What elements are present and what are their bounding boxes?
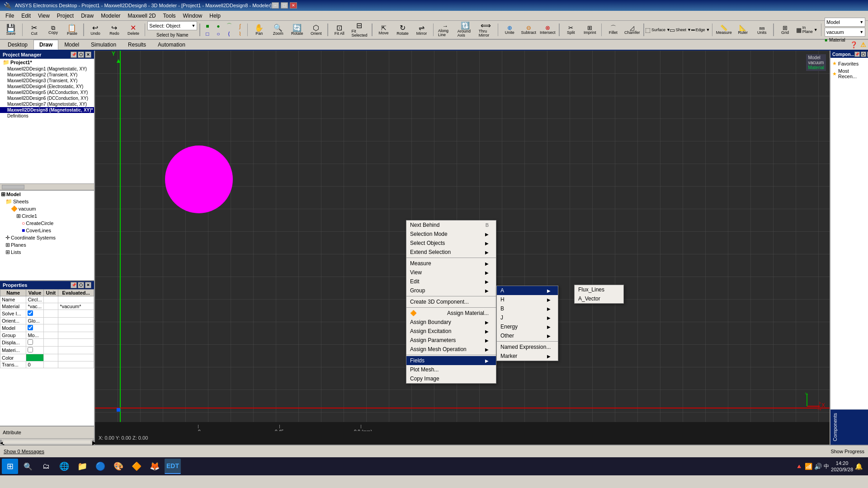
most-recent-item[interactable]: ★ Most Recen... <box>832 67 866 80</box>
props-close-button[interactable]: ✕ <box>85 282 91 288</box>
design-item-3[interactable]: Maxwell2DDesign3 (Transient, XY) <box>0 78 94 84</box>
ctx-assign-parameters[interactable]: Assign Parameters ▶ <box>406 336 496 345</box>
rp-float-button[interactable]: ⬡ <box>861 52 866 57</box>
shape3-button[interactable]: ○ <box>213 30 223 38</box>
ctx-extend-selection[interactable]: Extend Selection ▶ <box>406 248 496 257</box>
createcircle-item[interactable]: ○ CreateCircle <box>0 220 94 227</box>
rect-button[interactable]: ■ <box>203 23 212 30</box>
menu-modeler[interactable]: Modeler <box>97 12 124 20</box>
design-item-1[interactable]: Maxwell2DDesign1 (Magnetostatic, XY) <box>0 66 94 72</box>
sub-energy-item[interactable]: Energy ▶ <box>497 322 558 331</box>
pm-float-button[interactable]: ⬡ <box>78 52 84 58</box>
circle-button[interactable]: ● <box>213 23 223 30</box>
menu-file[interactable]: File <box>2 12 18 20</box>
menu-window[interactable]: Window <box>179 12 206 20</box>
ctx-plot-mesh[interactable]: Plot Mesh... <box>406 365 496 374</box>
rp-pin-button[interactable]: 📌 <box>854 52 860 57</box>
subtract-button[interactable]: ⊖ Subtract <box>519 23 538 37</box>
sheet-button[interactable]: ▭ Sheet ▼ <box>670 23 690 37</box>
a-vector-item[interactable]: A_Vector <box>575 294 623 303</box>
taskbar-explorer-button[interactable]: 📁 <box>74 459 90 474</box>
design-item-5[interactable]: Maxwell2DDesign5 (ACConduction, XY) <box>0 89 94 95</box>
model-dropdown[interactable]: Model ▼ <box>825 18 865 27</box>
ctx-selection-mode[interactable]: Selection Mode ▶ <box>406 230 496 239</box>
design-item-6[interactable]: Maxwell2DDesign6 (DCConduction, XY) <box>0 95 94 101</box>
redo-button[interactable]: ↪ Redo <box>105 23 123 37</box>
minimize-button[interactable]: − <box>272 2 279 9</box>
circle1-folder[interactable]: ⊞ Circle1 <box>0 212 94 220</box>
chamfer-button[interactable]: ◿ Chamfer <box>623 23 641 37</box>
prop-orient-value[interactable]: Glo... <box>26 318 43 324</box>
prop-trans-value[interactable]: 0 <box>26 361 43 368</box>
orient-button[interactable]: ⬡ Orient <box>307 23 325 37</box>
delete-button[interactable]: ✕ Delete <box>124 23 142 37</box>
close-button[interactable]: ✕ <box>290 2 297 9</box>
sub-named-expr-item[interactable]: Named Expression... <box>497 343 558 352</box>
show-progress-btn[interactable]: Show Progress <box>830 449 864 454</box>
menu-maxwell2d[interactable]: Maxwell 2D <box>124 12 160 20</box>
thru-mirror-button[interactable]: ⟺ Thru Mirror <box>476 23 495 37</box>
undo-button[interactable]: ↩ Undo <box>86 23 104 37</box>
line-button[interactable]: ∫ <box>235 23 245 30</box>
split-button[interactable]: ✂ Split <box>562 23 580 37</box>
design-item-4[interactable]: Maxwell2DDesign4 (Electrostatic, XY) <box>0 84 94 89</box>
sub-b-item[interactable]: B ▶ <box>497 304 558 313</box>
ctx-create-3d[interactable]: Create 3D Component... <box>406 297 496 306</box>
taskbar-firefox-button[interactable]: 🦊 <box>146 459 163 474</box>
ctx-assign-boundary[interactable]: Assign Boundary ▶ <box>406 318 496 327</box>
taskbar-paint-button[interactable]: 🎨 <box>110 459 127 474</box>
sub-h-item[interactable]: H ▶ <box>497 295 558 304</box>
prop-mat-value[interactable]: *vac... <box>26 303 43 310</box>
pm-hscroll[interactable] <box>0 183 94 190</box>
prop-solve-value[interactable] <box>26 310 43 318</box>
tab-model[interactable]: Model <box>58 40 85 50</box>
planes-folder[interactable]: ⊞ Planes <box>0 241 94 249</box>
prop-group-value[interactable]: Mo... <box>26 332 43 339</box>
vacuum-dropdown[interactable]: vacuum ▼ <box>825 28 865 37</box>
clock[interactable]: 14:20 2020/9/28 <box>831 460 853 473</box>
left-scroll-left[interactable]: ◀ <box>0 440 2 444</box>
sub-j-item[interactable]: J ▶ <box>497 313 558 322</box>
ctx-select-objects[interactable]: Select Objects ▶ <box>406 239 496 248</box>
tab-simulation[interactable]: Simulation <box>85 40 122 50</box>
taskbar-app2-button[interactable]: 🔶 <box>128 459 145 474</box>
show-messages-btn[interactable]: Show 0 Messages <box>4 449 44 454</box>
sub-other-item[interactable]: Other ▶ <box>497 331 558 340</box>
grid-button[interactable]: ⊞ Grid <box>776 23 794 37</box>
intersect-button[interactable]: ⊗ Intersect <box>538 23 557 37</box>
prop-name-value[interactable]: Circl... <box>26 296 43 303</box>
flux-lines-item[interactable]: Flux_Lines <box>575 285 623 294</box>
props-float-button[interactable]: ⬡ <box>78 282 84 288</box>
prop-model-value[interactable] <box>26 324 43 332</box>
menu-edit[interactable]: Edit <box>18 12 34 20</box>
favorites-item[interactable]: ★ Favorites <box>832 60 866 67</box>
measure-button[interactable]: 📏 Measure <box>715 23 733 37</box>
menu-help[interactable]: Help <box>206 12 224 20</box>
rotate2-button[interactable]: ↻ Rotate <box>394 23 412 37</box>
ctx-group[interactable]: Group ▶ <box>406 286 496 295</box>
fit-all-button[interactable]: ⊡ Fit All <box>330 23 349 37</box>
shape2-button[interactable]: □ <box>203 30 212 38</box>
help-icon[interactable]: ❓ <box>850 41 858 48</box>
select-by-name-button[interactable]: Select by Name <box>147 31 197 38</box>
mirror-button[interactable]: ⇌ Mirror <box>413 23 431 37</box>
surface-button[interactable]: ⬚ Surface ▼ <box>646 23 670 37</box>
taskbar-taskview-button[interactable]: 🗂 <box>38 459 54 474</box>
unite-button[interactable]: ⊕ Unite <box>500 23 519 37</box>
canvas-area[interactable]: Y ▲ → X Model vacuum Material X Y <box>95 51 830 445</box>
sub-marker-item[interactable]: Marker ▶ <box>497 352 558 361</box>
shape4-button[interactable]: ⟨ <box>224 30 234 38</box>
left-scroll-right[interactable]: ▶ <box>92 440 94 444</box>
zoom-button[interactable]: 🔍 Zoom <box>269 23 287 37</box>
vacuum-item[interactable]: 🔶 vacuum <box>0 205 94 212</box>
edge-button[interactable]: ━ Edge ▼ <box>691 23 709 37</box>
prop-display-value[interactable] <box>26 339 43 347</box>
menu-draw[interactable]: Draw <box>77 12 97 20</box>
coordinate-systems-folder[interactable]: ✛ Coordinate Systems <box>0 234 94 241</box>
project-item-project1[interactable]: 📁 Project1* <box>0 59 94 66</box>
design-item-7[interactable]: Maxwell2DDesign7 (Magnetostatic, XY) <box>0 101 94 107</box>
menu-project[interactable]: Project <box>53 12 77 20</box>
units-button[interactable]: ㎜ Units <box>753 23 771 37</box>
ctx-copy-image[interactable]: Copy Image <box>406 374 496 383</box>
pm-close-button[interactable]: ✕ <box>85 52 91 58</box>
